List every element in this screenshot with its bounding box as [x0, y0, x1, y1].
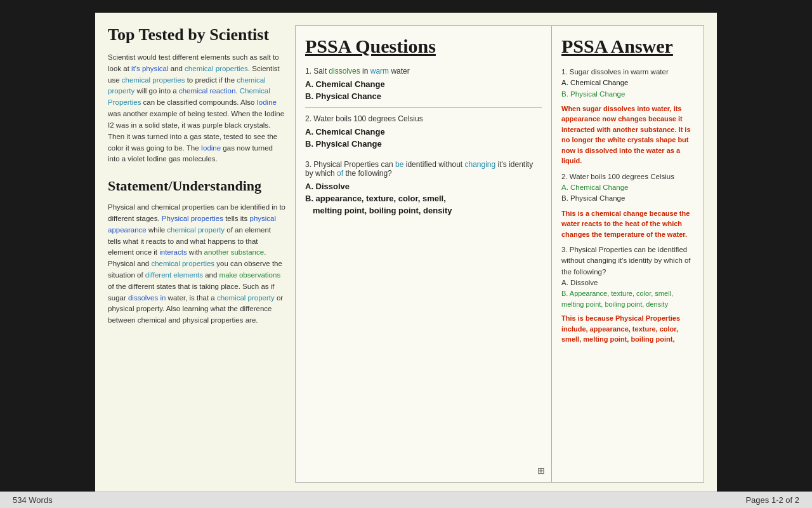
question-1-option-a: A. Chemical Change	[305, 79, 542, 89]
pssa-questions-title: PSSA Questions	[305, 36, 542, 57]
answer-1-text: 1. Sugar dissolves in warm water	[561, 67, 694, 77]
pssa-answer-title: PSSA Answer	[561, 36, 694, 57]
question-3: 3. Physical Properties can be identified…	[305, 160, 542, 215]
answer-3-option-a: A. Dissolve	[561, 277, 694, 288]
top-tested-title: Top Tested by Scientist	[108, 25, 285, 44]
expand-icon[interactable]: ⊞	[537, 465, 545, 476]
question-3-text: 3. Physical Properties can be identified…	[305, 160, 542, 178]
answer-3: 3. Physical Properties can be identified…	[561, 244, 694, 309]
answer-2: 2. Water boils 100 degrees Celsius A. Ch…	[561, 171, 694, 204]
question-2: 2. Water boils 100 degrees Celsius A. Ch…	[305, 114, 542, 149]
question-1-option-b: B. Physical Chance	[305, 91, 542, 101]
answer-3-explanation: This is because Physical Properties incl…	[561, 313, 694, 345]
answer-2-text: 2. Water boils 100 degrees Celsius	[561, 171, 694, 182]
statement-text: Physical and chemical properties can be …	[108, 202, 285, 326]
word-count: 534 Words	[13, 495, 53, 505]
question-2-text: 2. Water boils 100 degrees Celsius	[305, 114, 542, 123]
answers-column: PSSA Answer 1. Sugar dissolves in warm w…	[552, 25, 704, 483]
answer-2-option-b: B. Physical Change	[561, 193, 694, 204]
answer-2-explanation: This is a chemical change because the wa…	[561, 208, 694, 240]
left-column: Top Tested by Scientist Scientist would …	[108, 25, 295, 483]
answer-2-option-a: A. Chemical Change	[561, 182, 694, 193]
status-bar: 534 Words Pages 1-2 of 2	[0, 491, 812, 508]
answer-3-option-b: B. Appearance, texture, color, smell, me…	[561, 288, 694, 309]
page-count: Pages 1-2 of 2	[745, 495, 799, 505]
answer-1: 1. Sugar dissolves in warm water A. Chem…	[561, 67, 694, 100]
questions-column: PSSA Questions 1. Salt dissolves in warm…	[295, 25, 552, 483]
answer-1-option-b: B. Physical Change	[561, 89, 694, 100]
question-1: 1. Salt dissolves in warm water A. Chemi…	[305, 67, 542, 101]
question-1-text: 1. Salt dissolves in warm water	[305, 67, 542, 76]
question-2-option-a: A. Chemical Change	[305, 127, 542, 137]
question-3-option-b-cont: melting point, boiling point, density	[305, 206, 542, 215]
top-tested-text: Scientist would test different elements …	[108, 52, 285, 165]
question-3-option-b: B. appearance, texture, color, smell,	[305, 194, 542, 203]
answer-3-text: 3. Physical Properties can be identified…	[561, 244, 694, 277]
answer-1-explanation: When sugar dissolves into water, its app…	[561, 104, 694, 166]
answer-1-option-a: A. Chemical Change	[561, 77, 694, 88]
question-2-option-b: B. Physical Change	[305, 139, 542, 149]
question-3-option-a: A. Dissolve	[305, 182, 542, 191]
statement-title: Statement/Understanding	[108, 178, 285, 194]
